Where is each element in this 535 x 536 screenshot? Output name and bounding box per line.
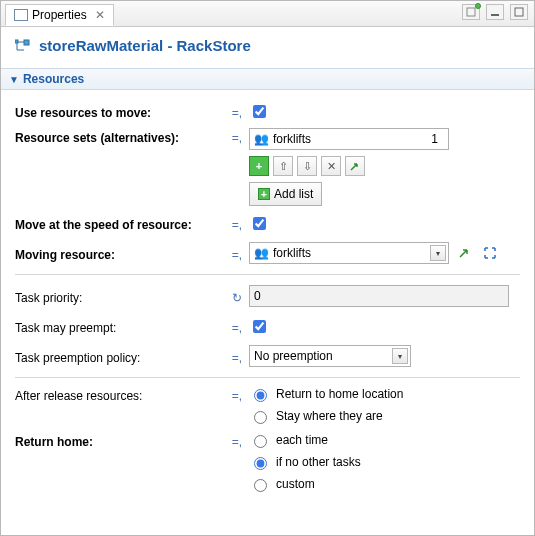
radio-each-time-label: each time: [276, 433, 328, 447]
rackstore-block-icon: [15, 38, 33, 54]
remove-resource-button[interactable]: ✕: [321, 156, 341, 176]
add-list-button[interactable]: + Add list: [249, 182, 322, 206]
svg-rect-0: [467, 8, 475, 16]
separator: [15, 274, 520, 275]
add-resource-button[interactable]: +: [249, 156, 269, 176]
object-header: storeRawMaterial - RackStore: [1, 27, 534, 62]
moving-resource-value: forklifts: [273, 246, 311, 260]
section-resources-body: Use resources to move: =, Resource sets …: [1, 90, 534, 510]
section-resources-label: Resources: [23, 72, 84, 86]
label-return-home: Return home:: [15, 432, 225, 449]
preemption-policy-value: No preemption: [254, 349, 333, 363]
radio-if-no-other-label: if no other tasks: [276, 455, 361, 469]
properties-tab-label: Properties: [32, 8, 87, 22]
label-resource-sets: Resource sets (alternatives):: [15, 128, 225, 145]
label-task-priority: Task priority:: [15, 288, 225, 305]
label-preemption-policy: Task preemption policy:: [15, 348, 225, 365]
radio-stay-input[interactable]: [254, 411, 267, 424]
move-up-button[interactable]: ⇧: [273, 156, 293, 176]
use-resources-checkbox[interactable]: [253, 105, 266, 118]
task-may-preempt-checkbox[interactable]: [253, 320, 266, 333]
dropdown-arrow-icon: ▾: [430, 245, 446, 261]
mode-toggle[interactable]: =,: [225, 245, 249, 262]
label-move-at-speed: Move at the speed of resource:: [15, 215, 225, 232]
maximize-button[interactable]: [510, 4, 528, 20]
radio-stay-label: Stay where they are: [276, 409, 383, 423]
resource-set-row[interactable]: 👥 forklifts 1: [249, 128, 449, 150]
radio-return-home-input[interactable]: [254, 389, 267, 402]
dropdown-arrow-icon: ▾: [392, 348, 408, 364]
new-decorator-icon: [475, 3, 481, 9]
radio-stay[interactable]: Stay where they are: [249, 408, 403, 424]
expand-triangle-icon: ▼: [9, 74, 19, 85]
preemption-policy-combo[interactable]: No preemption ▾: [249, 345, 411, 367]
move-down-button[interactable]: ⇩: [297, 156, 317, 176]
separator: [15, 377, 520, 378]
properties-tab[interactable]: Properties ✕: [5, 4, 114, 26]
tab-bar: Properties ✕: [1, 1, 534, 27]
radio-if-no-other-input[interactable]: [254, 457, 267, 470]
plus-icon: +: [258, 188, 270, 200]
resource-set-buttons: + ⇧ ⇩ ✕: [249, 156, 365, 176]
move-at-speed-checkbox[interactable]: [253, 217, 266, 230]
mode-toggle[interactable]: =,: [225, 432, 249, 449]
object-title: storeRawMaterial - RackStore: [39, 37, 251, 54]
mode-toggle-dynamic[interactable]: ↻: [225, 288, 249, 305]
radio-return-home-label: Return to home location: [276, 387, 403, 401]
goto-resource-button[interactable]: [345, 156, 365, 176]
label-moving-resource: Moving resource:: [15, 245, 225, 262]
selection-brackets-icon: [483, 246, 497, 260]
mode-toggle[interactable]: =,: [225, 318, 249, 335]
mode-toggle[interactable]: =,: [225, 348, 249, 365]
goto-arrow-icon: [349, 160, 361, 172]
svg-rect-2: [515, 8, 523, 16]
label-task-may-preempt: Task may preempt:: [15, 318, 225, 335]
label-use-resources: Use resources to move:: [15, 103, 225, 120]
section-resources-header[interactable]: ▼ Resources: [1, 68, 534, 90]
close-tab-icon[interactable]: ✕: [95, 8, 105, 22]
view-icon: [466, 7, 476, 17]
minimize-button[interactable]: [486, 4, 504, 20]
mode-toggle[interactable]: =,: [225, 215, 249, 232]
mode-toggle[interactable]: =,: [225, 128, 249, 145]
radio-each-time[interactable]: each time: [249, 432, 361, 448]
resource-set-qty: 1: [414, 132, 444, 146]
view-toolbar: [462, 4, 528, 20]
moving-resource-combo[interactable]: 👥 forklifts ▾: [249, 242, 449, 264]
goto-resource-button[interactable]: [455, 244, 473, 262]
radio-return-home[interactable]: Return to home location: [249, 386, 403, 402]
label-after-release: After release resources:: [15, 386, 225, 403]
radio-custom-label: custom: [276, 477, 315, 491]
svg-rect-3: [24, 40, 29, 45]
radio-each-time-input[interactable]: [254, 435, 267, 448]
create-placeholder-button[interactable]: [481, 244, 499, 262]
mode-toggle[interactable]: =,: [225, 103, 249, 120]
pin-button[interactable]: [462, 4, 480, 20]
task-priority-input[interactable]: [249, 285, 509, 307]
properties-tab-icon: [14, 9, 28, 21]
radio-custom-input[interactable]: [254, 479, 267, 492]
goto-arrow-icon: [457, 246, 471, 260]
radio-custom[interactable]: custom: [249, 476, 361, 492]
mode-toggle[interactable]: =,: [225, 386, 249, 403]
resource-pool-icon: 👥: [254, 246, 269, 260]
radio-if-no-other[interactable]: if no other tasks: [249, 454, 361, 470]
resource-pool-icon: 👥: [254, 132, 269, 146]
resource-set-name: forklifts: [273, 132, 311, 146]
svg-rect-4: [15, 40, 18, 43]
add-list-label: Add list: [274, 187, 313, 201]
